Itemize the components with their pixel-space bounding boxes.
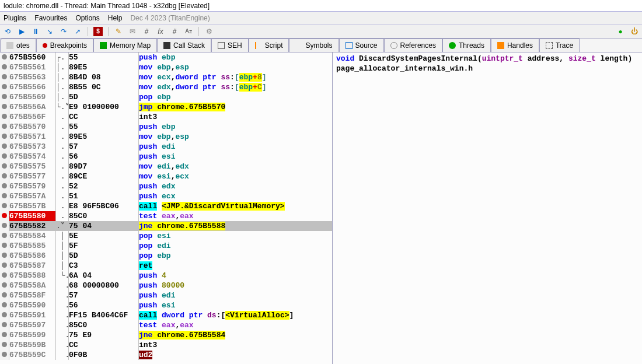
disasm-row[interactable]: 675B5597 .85C0test eax,eax <box>0 320 332 330</box>
breakpoint-gutter[interactable] <box>0 340 9 350</box>
breakpoint-gutter[interactable] <box>0 152 9 162</box>
breakpoint-gutter[interactable] <box>0 201 9 211</box>
breakpoint-gutter[interactable] <box>0 132 9 142</box>
disasm-row[interactable]: 675B5590 .56push esi <box>0 300 332 310</box>
tab-handles[interactable]: Handles <box>491 38 539 52</box>
disasm-row[interactable]: 675B559C .0F0Bud2 <box>0 350 332 360</box>
disasm-row[interactable]: 675B5563│.8B4D 08mov ecx,dword ptr ss:[e… <box>0 72 332 82</box>
breakpoint-gutter[interactable] <box>0 231 9 241</box>
menu-help[interactable]: Help <box>108 14 123 22</box>
breakpoint-gutter[interactable] <box>0 271 9 281</box>
breakpoint-gutter[interactable] <box>0 290 9 300</box>
breakpoint-gutter[interactable] <box>0 320 9 330</box>
breakpoint-gutter[interactable] <box>0 52 9 62</box>
tab-source[interactable]: Source <box>339 38 384 52</box>
disasm-row[interactable]: 675B5582.˅75 04jne chrome.675B5588 <box>0 221 332 231</box>
disasm-row[interactable]: 675B5588 └.6A 04push 4 <box>0 271 332 281</box>
menu-plugins[interactable]: Plugins <box>4 14 26 22</box>
breakpoint-gutter[interactable] <box>0 72 9 82</box>
breakpoint-gutter[interactable] <box>0 92 9 102</box>
tab-memory-map[interactable]: Memory Map <box>93 38 157 52</box>
plugin-button[interactable]: $ <box>93 26 103 37</box>
tab-script[interactable]: Script <box>249 38 289 52</box>
function-icon[interactable]: fx <box>155 26 166 37</box>
disasm-row[interactable]: 675B5566│.8B55 0Cmov edx,dword ptr ss:[e… <box>0 82 332 92</box>
disasm-row[interactable]: 675B5584 │5Epop esi <box>0 231 332 241</box>
breakpoint-gutter[interactable] <box>0 310 9 320</box>
breakpoint-gutter[interactable] <box>0 221 9 231</box>
disasm-row[interactable]: 675B5560┌.55push ebp <box>0 52 332 62</box>
breakpoint-gutter[interactable] <box>0 281 9 290</box>
disasm-row[interactable]: 675B5569│.5Dpop ebp <box>0 92 332 102</box>
disasm-row[interactable]: 675B557B .E8 96F5BC06call <JMP.&DiscardV… <box>0 201 332 211</box>
label-icon[interactable]: # <box>141 26 152 37</box>
breakpoint-gutter[interactable] <box>0 330 9 340</box>
disasm-row[interactable]: 675B5587 │C3ret <box>0 261 332 271</box>
breakpoint-gutter[interactable] <box>0 162 9 172</box>
address-cell: 675B559B <box>9 340 56 350</box>
tab-threads[interactable]: Threads <box>442 38 491 52</box>
disasm-row[interactable]: 675B558F .57push edi <box>0 290 332 300</box>
disasm-row[interactable]: 675B5575 .89D7mov edi,edx <box>0 162 332 172</box>
disassembly-panel[interactable]: 675B5560┌.55push ebp675B5561│.89E5mov eb… <box>0 52 333 364</box>
breakpoint-gutter[interactable] <box>0 251 9 261</box>
source-panel[interactable]: void DiscardSystemPagesInternal(uintptr_… <box>333 52 642 364</box>
tab-call-stack[interactable]: Call Stack <box>157 38 211 52</box>
breakpoint-gutter[interactable] <box>0 112 9 122</box>
step-out-icon[interactable]: ↗ <box>72 26 83 37</box>
breakpoint-gutter[interactable] <box>0 191 9 201</box>
patch-icon[interactable]: ✎ <box>113 26 124 37</box>
breakpoint-gutter[interactable] <box>0 62 9 72</box>
disasm-row[interactable]: 675B5571 .89E5mov ebp,esp <box>0 132 332 142</box>
pause-icon[interactable]: ⏸ <box>30 26 41 37</box>
run-icon[interactable]: ▶ <box>16 26 27 37</box>
comment-icon[interactable]: ✉ <box>127 26 138 37</box>
tab-seh[interactable]: SEH <box>211 38 249 52</box>
disasm-row[interactable]: 675B5585 │5Fpop edi <box>0 241 332 251</box>
breakpoint-gutter[interactable] <box>0 211 9 221</box>
tab-references[interactable]: References <box>384 38 442 52</box>
breakpoint-gutter[interactable] <box>0 300 9 310</box>
disasm-row[interactable]: 675B5586 │5Dpop ebp <box>0 251 332 261</box>
step-over-icon[interactable]: ↷ <box>58 26 69 37</box>
breakpoint-gutter[interactable] <box>0 261 9 271</box>
hash-icon[interactable]: # <box>169 26 180 37</box>
breakpoint-gutter[interactable] <box>0 350 9 360</box>
breakpoint-gutter[interactable] <box>0 181 9 191</box>
disasm-row[interactable]: 675B5561│.89E5mov ebp,esp <box>0 62 332 72</box>
disasm-row[interactable]: 675B5573 .57push edi <box>0 142 332 152</box>
step-into-icon[interactable]: ↘ <box>44 26 55 37</box>
flow-cell: │. <box>56 72 69 82</box>
disasm-row[interactable]: 675B5591 .FF15 B4064C6Fcall dword ptr ds… <box>0 310 332 320</box>
disasm-row[interactable]: 675B558A .68 00000800push 80000 <box>0 281 332 290</box>
az-icon[interactable]: Aᴢ <box>183 26 194 37</box>
disasm-row[interactable]: 675B5580 .85C0test eax,eax <box>0 211 332 221</box>
menu-favourites[interactable]: Favourites <box>34 14 67 22</box>
assembly-cell: test eax,eax <box>139 211 332 221</box>
assembly-cell: call dword ptr ds:[<VirtualAlloc>] <box>139 310 332 320</box>
disasm-row[interactable]: 675B559B .CCint3 <box>0 340 332 350</box>
breakpoint-gutter[interactable] <box>0 241 9 251</box>
menu-options[interactable]: Options <box>75 14 99 22</box>
disasm-row[interactable]: 675B556A└.˅E9 01000000jmp chrome.675B557… <box>0 102 332 112</box>
disasm-row[interactable]: 675B5577 .89CEmov esi,ecx <box>0 172 332 181</box>
online-icon[interactable]: ● <box>615 26 626 37</box>
disasm-row[interactable]: 675B5574 .56push esi <box>0 152 332 162</box>
breakpoint-gutter[interactable] <box>0 142 9 152</box>
lock-icon[interactable]: ⏻ <box>629 26 640 37</box>
breakpoint-gutter[interactable] <box>0 82 9 92</box>
disasm-row[interactable]: 675B5599 .˄75 E9jne chrome.675B5584 <box>0 330 332 340</box>
restart-icon[interactable]: ⟲ <box>2 26 13 37</box>
tab-notes[interactable]: otes <box>0 38 36 52</box>
tab-symbols[interactable]: Symbols <box>289 38 339 52</box>
settings-icon[interactable]: ⚙ <box>204 26 214 37</box>
disasm-row[interactable]: 675B556F .CCint3 <box>0 112 332 122</box>
tab-trace[interactable]: Trace <box>539 38 580 52</box>
disasm-row[interactable]: 675B557A .51push ecx <box>0 191 332 201</box>
disasm-row[interactable]: 675B5579 .52push edx <box>0 181 332 191</box>
disasm-row[interactable]: 675B5570 .55push ebp <box>0 122 332 132</box>
breakpoint-gutter[interactable] <box>0 102 9 112</box>
tab-breakpoints[interactable]: Breakpoints <box>36 38 93 52</box>
breakpoint-gutter[interactable] <box>0 122 9 132</box>
breakpoint-gutter[interactable] <box>0 172 9 181</box>
